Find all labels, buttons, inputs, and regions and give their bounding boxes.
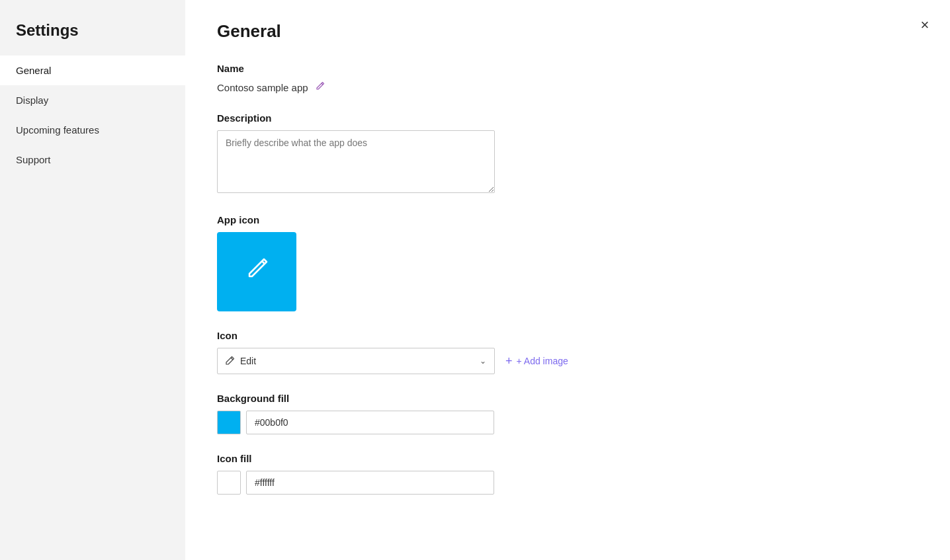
sidebar-item-general[interactable]: General (0, 56, 185, 85)
name-value: Contoso sample app (217, 82, 308, 93)
app-icon-preview[interactable] (217, 232, 296, 311)
icon-fill-row (217, 471, 918, 495)
description-section: Description (217, 112, 918, 196)
sidebar-nav: General Display Upcoming features Suppor… (0, 56, 185, 175)
icon-fill-label: Icon fill (217, 453, 918, 464)
sidebar: Settings General Display Upcoming featur… (0, 0, 185, 560)
name-section: Name Contoso sample app (217, 63, 918, 94)
icon-label: Icon (217, 330, 918, 341)
close-button[interactable]: × (913, 13, 937, 37)
background-fill-input[interactable] (246, 411, 494, 434)
background-fill-section: Background fill (217, 393, 918, 434)
sidebar-item-upcoming-features[interactable]: Upcoming features (0, 115, 185, 145)
background-color-swatch[interactable] (217, 411, 241, 434)
icon-section: Icon Edit ⌄ + + Add image (217, 330, 918, 374)
name-edit-icon[interactable] (315, 81, 325, 94)
sidebar-item-display[interactable]: Display (0, 85, 185, 115)
icon-dropdown-left: Edit (226, 356, 256, 367)
add-image-button[interactable]: + + Add image (505, 354, 568, 368)
name-label: Name (217, 63, 918, 74)
settings-title: Settings (0, 0, 185, 56)
close-icon: × (921, 17, 929, 34)
app-icon-label: App icon (217, 214, 918, 225)
background-fill-label: Background fill (217, 393, 918, 404)
icon-dropdown-value: Edit (240, 356, 256, 366)
icon-row: Edit ⌄ + + Add image (217, 348, 918, 374)
add-image-plus-icon: + (505, 354, 513, 368)
add-image-label: + Add image (517, 356, 568, 366)
background-fill-row (217, 411, 918, 434)
name-row: Contoso sample app (217, 81, 918, 94)
icon-dropdown-arrow-icon: ⌄ (480, 356, 486, 366)
icon-dropdown[interactable]: Edit ⌄ (217, 348, 495, 374)
description-label: Description (217, 112, 918, 124)
sidebar-item-support[interactable]: Support (0, 145, 185, 175)
icon-dropdown-pencil-icon (226, 356, 235, 367)
main-content: × General Name Contoso sample app Descri… (185, 0, 950, 560)
icon-fill-input[interactable] (246, 471, 494, 495)
app-icon-pencil-icon (240, 253, 273, 292)
icon-fill-section: Icon fill (217, 453, 918, 495)
description-textarea[interactable] (217, 130, 495, 193)
icon-color-swatch[interactable] (217, 471, 241, 495)
page-title: General (217, 21, 918, 42)
app-icon-section: App icon (217, 214, 918, 311)
